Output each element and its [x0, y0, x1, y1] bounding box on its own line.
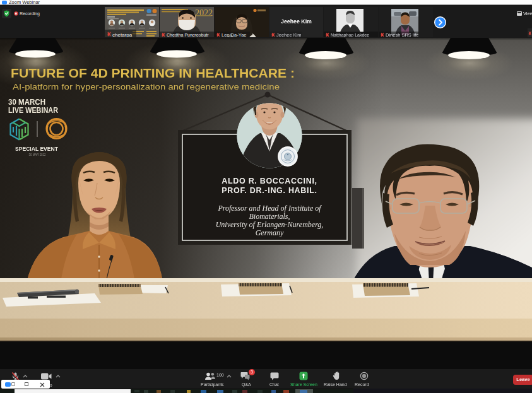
svg-text:2022: 2022	[195, 8, 213, 18]
svg-text:AI-platform for hyper-personal: AI-platform for hyper-personalization an…	[13, 82, 280, 91]
svg-text:Jeehee Kim: Jeehee Kim	[281, 18, 312, 25]
svg-text:Lee Da-Yae: Lee Da-Yae	[222, 32, 246, 38]
svg-text:University of Erlangen-Nurembe: University of Erlangen-Nuremberg,	[216, 220, 324, 229]
svg-text:Chedtha Puncreobutr: Chedtha Puncreobutr	[167, 33, 209, 37]
svg-text:FUTURE OF 4D PRINTING IN HEALT: FUTURE OF 4D PRINTING IN HEALTHCARE :	[11, 66, 295, 80]
svg-text:LIVE WEBINAR: LIVE WEBINAR	[8, 105, 58, 115]
svg-text:PROF. DR.-ING. HABIL.: PROF. DR.-ING. HABIL.	[222, 186, 317, 195]
svg-text:Jeehee Kim: Jeehee Kim	[276, 32, 302, 38]
svg-text:30 MAR 2022: 30 MAR 2022	[29, 153, 46, 156]
svg-text:SPECIAL EVENT: SPECIAL EVENT	[15, 146, 58, 152]
svg-text:ALDO R. BOCCACCINI,: ALDO R. BOCCACCINI,	[222, 177, 317, 185]
svg-text:Natthaphop Lakdee: Natthaphop Lakdee	[331, 33, 369, 38]
svg-text:Professor and Head of Institut: Professor and Head of Institute of	[217, 204, 322, 213]
svg-text:Dinesh SRS life: Dinesh SRS life	[386, 32, 419, 38]
svg-text:Germany: Germany	[256, 228, 284, 237]
svg-text:chetarpa: chetarpa	[112, 32, 133, 38]
svg-text:Biomaterials,: Biomaterials,	[249, 212, 290, 221]
